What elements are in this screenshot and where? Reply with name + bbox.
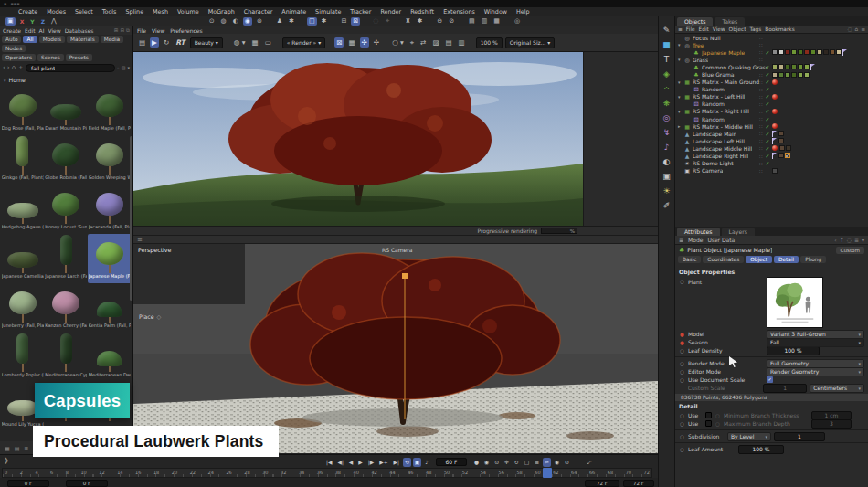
object-label[interactable]: RS Matrix - Left Hill [693, 93, 745, 100]
enabled-check-icon[interactable]: ✓ [766, 93, 770, 100]
material-tag[interactable] [785, 49, 790, 55]
hamburger-icon[interactable]: ≡ [137, 236, 143, 243]
enabled-check-icon[interactable]: ✓ [766, 123, 770, 130]
material-tag[interactable] [791, 49, 797, 55]
transport-button[interactable]: ▶| [392, 458, 401, 467]
current-frame-field[interactable]: 60 F [436, 458, 467, 466]
filter-chip[interactable]: Scenes [37, 54, 64, 61]
playhead[interactable] [543, 468, 552, 478]
keyframe-dot-red[interactable]: ● [679, 340, 685, 345]
keyframe-dot[interactable]: ○ [679, 348, 685, 354]
panel-icon[interactable]: ⊞ [114, 27, 119, 34]
material-tag[interactable] [779, 145, 785, 151]
material-tag[interactable] [772, 64, 778, 69]
material-tag[interactable] [786, 145, 791, 151]
material-tag[interactable] [791, 64, 797, 69]
annotation-tag[interactable] [772, 131, 778, 137]
expand-timeline-icon[interactable]: ⤢ [586, 458, 594, 467]
object-label[interactable]: Landscape Main [693, 131, 736, 137]
toolbar-icon[interactable]: ▦ [492, 17, 502, 26]
subdivision-mode-dropdown[interactable]: By Level [727, 432, 771, 441]
create-object-icon[interactable]: ♪ [664, 143, 670, 152]
plant-asset[interactable]: Kentia Palm (Fall, Plant) [88, 283, 132, 333]
material-tag[interactable] [778, 49, 784, 55]
menu-item[interactable]: Help [513, 8, 534, 16]
section-tab[interactable]: Coordinates [703, 256, 744, 263]
menu-item[interactable]: MoGraph [205, 8, 238, 16]
object-row[interactable]: ▲ Landscape Main ∶∶ ✓ [675, 130, 868, 137]
back-icon[interactable]: ‹ [3, 64, 5, 71]
plant-asset[interactable]: Lombardy Poplar (Fall... [1, 333, 45, 382]
menu-item[interactable]: Mode [688, 237, 703, 243]
range-start-field2[interactable]: 0 F [66, 480, 108, 487]
toolbar-icon[interactable]: ✱ [415, 17, 424, 26]
toolbar-icon[interactable]: ▥ [480, 17, 490, 26]
material-tag[interactable] [798, 64, 803, 69]
render-toolbar-button[interactable]: ○ ▾ [390, 37, 406, 48]
object-label[interactable]: RS Dome Light [693, 160, 734, 166]
plant-asset[interactable]: Hedgehog Agave (Fall... [1, 185, 45, 234]
hamburger-icon[interactable]: ≡ [678, 26, 683, 32]
object-label[interactable]: Random [702, 86, 725, 92]
transport-button[interactable]: ♪ [423, 458, 430, 467]
object-label[interactable]: RS Matrix - Main Ground [693, 79, 759, 85]
menu-item[interactable]: Edit [25, 27, 36, 34]
annotation-tag[interactable] [810, 64, 816, 70]
plant-asset[interactable]: Japanese Camellia (Fal... [1, 234, 45, 283]
object-row[interactable]: ▲ Landscape Middle Hill ∶∶ ✓ [675, 144, 868, 152]
keyframe-dot[interactable]: ○ [679, 377, 685, 383]
keyframe-dot[interactable]: ○ [679, 421, 685, 427]
object-row[interactable]: ⚄ Random ∶∶ ✓ [675, 101, 868, 108]
keyframe-dot[interactable]: ○ [679, 279, 685, 284]
annotation-tag[interactable] [842, 49, 848, 56]
enabled-check-icon[interactable]: ✓ [766, 49, 770, 56]
transport-button[interactable]: ◀| [335, 458, 344, 467]
subdivision-level-input[interactable]: 1 [774, 432, 825, 441]
enabled-check-icon[interactable]: ✓ [766, 138, 770, 144]
key-record-button[interactable]: ✛ [503, 458, 511, 467]
render-toolbar-button[interactable]: Original Siz... ▾ [505, 37, 556, 48]
nav-icon[interactable]: ‹ [834, 237, 836, 243]
material-tag[interactable] [772, 168, 778, 174]
plant-asset[interactable]: Japanese Larch (Fall, Pl... [45, 234, 89, 283]
render-toolbar-button[interactable]: ▤ [137, 37, 147, 48]
menu-item[interactable]: View [152, 27, 164, 34]
transport-button[interactable]: ◀ [347, 458, 355, 467]
menu-item[interactable]: Volume [174, 8, 203, 16]
material-tag[interactable] [785, 72, 790, 78]
redshift-tag[interactable] [772, 109, 778, 114]
menu-item[interactable]: Databases [65, 27, 94, 34]
toolbar-icon[interactable]: ◉ [243, 17, 252, 26]
enabled-check-icon[interactable]: ✓ [766, 153, 770, 159]
filter-chip[interactable]: Media [101, 36, 123, 43]
key-record-button[interactable]: ⊙ [563, 458, 571, 467]
plant-asset[interactable]: Japanese Maple (Fall, ... [88, 234, 132, 283]
menu-item[interactable]: Mesh [149, 8, 172, 16]
filter-icon[interactable]: ◦ [117, 65, 120, 70]
keyframe-dot-red[interactable]: ● [679, 332, 685, 337]
scrollbar[interactable] [130, 136, 132, 301]
object-label[interactable]: Japanese Maple [702, 49, 745, 56]
toolbar-icon[interactable]: ⊠ [351, 17, 360, 26]
keyframe-dot[interactable]: ○ [679, 369, 685, 375]
render-toolbar-button[interactable]: ◍ ▾ [232, 37, 248, 48]
object-row[interactable]: ⚄ Random ∶∶ ✓ [675, 115, 868, 122]
render-toolbar-button[interactable]: ▥ [457, 37, 467, 48]
menu-item[interactable]: User Data [707, 237, 735, 243]
section-tab[interactable]: Basic [678, 256, 701, 263]
render-toolbar-button[interactable]: ▭ [263, 37, 273, 48]
object-row[interactable]: ☀ RS Dome Light ∶∶ ✓ [675, 160, 868, 167]
object-label[interactable]: Focus Null [693, 35, 721, 41]
material-tag[interactable] [778, 153, 784, 158]
axis-y-button[interactable]: Y [28, 18, 36, 25]
material-tag[interactable] [772, 49, 778, 55]
plant-asset[interactable]: Golden Weeping Willo... [88, 135, 132, 185]
render-toolbar-button[interactable]: ⌖ [408, 37, 416, 48]
redshift-tag[interactable] [772, 79, 778, 85]
keyframe-dot[interactable]: ○ [679, 361, 685, 366]
plant-asset[interactable]: Mediterranean Cypres... [45, 333, 89, 382]
visibility-dots[interactable]: ∶∶ [759, 57, 764, 62]
menu-item[interactable]: View [48, 27, 60, 34]
plant-asset[interactable]: Honey Locust 'Sunbur... [45, 185, 89, 234]
axis-x-button[interactable]: X [18, 18, 26, 25]
